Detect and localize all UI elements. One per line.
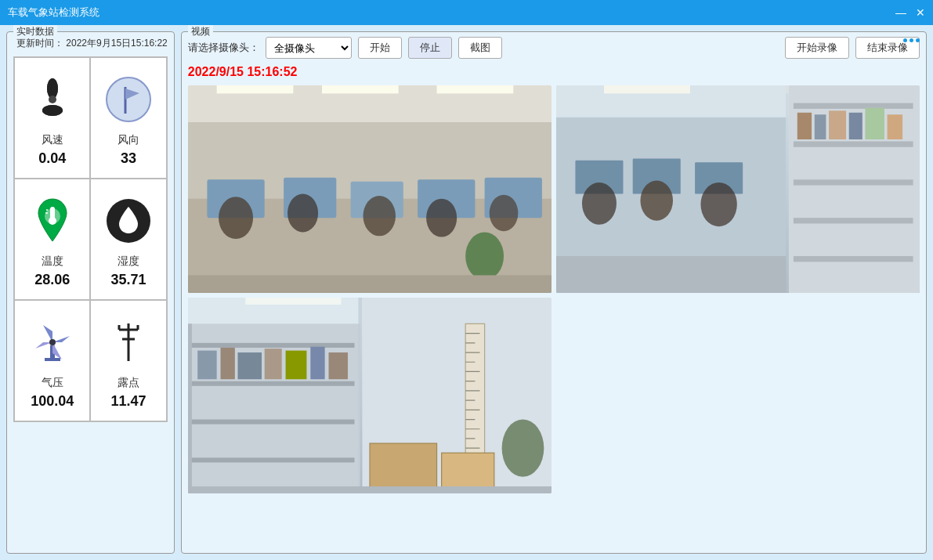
dots-menu[interactable] <box>903 37 920 42</box>
svg-rect-15 <box>45 358 60 361</box>
svg-point-42 <box>465 232 504 280</box>
svg-rect-77 <box>192 457 355 462</box>
svg-rect-84 <box>328 352 347 379</box>
sensor-dew-point: 露点 11.47 <box>90 300 166 421</box>
svg-rect-67 <box>556 256 786 293</box>
svg-rect-49 <box>794 103 913 109</box>
title-bar: 车载气象站检测系统 — ✕ <box>0 0 933 25</box>
fan-icon <box>25 72 80 127</box>
svg-point-103 <box>501 420 544 477</box>
svg-point-39 <box>363 196 396 236</box>
pressure-label: 气压 <box>42 376 63 390</box>
start-record-button[interactable]: 开始录像 <box>785 37 849 59</box>
svg-rect-28 <box>322 85 399 93</box>
humidity-value: 35.71 <box>111 272 146 288</box>
svg-point-38 <box>287 194 318 233</box>
video-controls: 请选择摄像头： 全摄像头 摄像头1 摄像头2 摄像头3 开始 停止 截图 开始录… <box>188 37 920 59</box>
svg-rect-54 <box>797 113 812 139</box>
video-panel: 视频 请选择摄像头： 全摄像头 摄像头1 摄像头2 摄像头3 开始 停止 截图 … <box>181 31 927 554</box>
svg-point-3 <box>42 105 63 116</box>
svg-rect-69 <box>245 298 341 305</box>
screenshot-button[interactable]: 截图 <box>458 37 502 59</box>
svg-rect-59 <box>887 114 902 139</box>
svg-rect-51 <box>794 179 913 185</box>
svg-rect-50 <box>794 141 913 146</box>
sensor-grid: 风速 0.04 风向 33 <box>13 56 168 422</box>
window-controls: — ✕ <box>895 7 925 18</box>
svg-rect-74 <box>192 343 355 348</box>
video-feed-empty <box>556 298 920 493</box>
sensor-humidity: 湿度 35.71 <box>90 179 166 300</box>
dew-point-label: 露点 <box>118 376 139 390</box>
svg-rect-27 <box>216 85 293 93</box>
svg-rect-53 <box>794 256 913 262</box>
svg-rect-80 <box>237 352 262 379</box>
svg-point-64 <box>582 182 617 225</box>
svg-rect-75 <box>192 381 355 386</box>
windmill-icon <box>25 315 80 370</box>
svg-point-40 <box>426 199 457 237</box>
svg-rect-76 <box>192 420 355 425</box>
video-top-row <box>188 85 920 293</box>
svg-rect-83 <box>310 347 324 380</box>
svg-rect-58 <box>865 108 884 139</box>
sensor-wind-speed: 风速 0.04 <box>14 57 90 179</box>
svg-point-4 <box>49 96 56 103</box>
stop-button[interactable]: 停止 <box>408 37 452 59</box>
video-panel-title: 视频 <box>188 25 213 38</box>
svg-rect-29 <box>436 85 513 93</box>
wind-dir-value: 33 <box>121 150 136 167</box>
start-button[interactable]: 开始 <box>358 37 402 59</box>
video-bottom-row <box>188 298 920 493</box>
realtime-panel-title: 实时数据 <box>13 25 57 38</box>
video-feed-3 <box>188 298 551 493</box>
svg-rect-52 <box>794 218 913 223</box>
minimize-button[interactable]: — <box>895 7 906 18</box>
svg-rect-79 <box>220 348 234 379</box>
water-drop-icon <box>101 193 156 248</box>
svg-point-66 <box>700 182 736 226</box>
svg-rect-43 <box>188 275 551 293</box>
svg-rect-73 <box>188 323 192 493</box>
dot1 <box>903 38 907 42</box>
svg-rect-45 <box>604 85 690 93</box>
svg-rect-56 <box>829 110 846 139</box>
svg-rect-101 <box>370 443 436 491</box>
camera-select-dropdown[interactable]: 全摄像头 摄像头1 摄像头2 摄像头3 <box>266 37 352 59</box>
sensor-pressure: 气压 100.04 <box>14 300 90 421</box>
svg-point-20 <box>49 339 56 345</box>
realtime-panel: 实时数据 更新时间： 2022年9月15日15:16:22 <box>6 31 175 554</box>
svg-rect-81 <box>264 349 281 379</box>
close-button[interactable]: ✕ <box>916 7 925 18</box>
wind-speed-label: 风速 <box>42 133 63 147</box>
dew-point-value: 11.47 <box>111 393 146 410</box>
sensor-wind-dir: 风向 33 <box>90 57 166 179</box>
dot3 <box>916 38 920 42</box>
app-title: 车载气象站检测系统 <box>8 5 895 20</box>
svg-point-5 <box>107 78 150 121</box>
sensor-temperature: 温度 28.06 <box>14 179 90 300</box>
svg-point-65 <box>640 181 673 221</box>
svg-rect-55 <box>815 114 826 139</box>
camera-select-label: 请选择摄像头： <box>188 41 259 55</box>
dew-icon <box>101 315 156 370</box>
svg-point-41 <box>490 195 519 231</box>
wind-dir-label: 风向 <box>118 133 139 147</box>
pressure-value: 100.04 <box>31 393 74 410</box>
video-timestamp: 2022/9/15 15:16:52 <box>188 65 920 79</box>
svg-rect-71 <box>358 298 362 493</box>
svg-rect-47 <box>786 85 789 293</box>
temperature-label: 温度 <box>42 255 63 269</box>
svg-point-10 <box>49 217 56 225</box>
main-content: 实时数据 更新时间： 2022年9月15日15:16:22 <box>0 25 933 560</box>
svg-rect-104 <box>188 486 551 493</box>
thermometer-icon <box>25 193 80 248</box>
video-layout <box>188 85 920 547</box>
update-time: 更新时间： 2022年9月15日15:16:22 <box>13 37 168 50</box>
dot2 <box>909 38 913 42</box>
video-feed-2 <box>556 85 920 293</box>
svg-rect-57 <box>849 113 862 139</box>
flag-icon <box>101 72 156 127</box>
svg-rect-82 <box>285 351 306 380</box>
svg-rect-78 <box>197 351 216 380</box>
